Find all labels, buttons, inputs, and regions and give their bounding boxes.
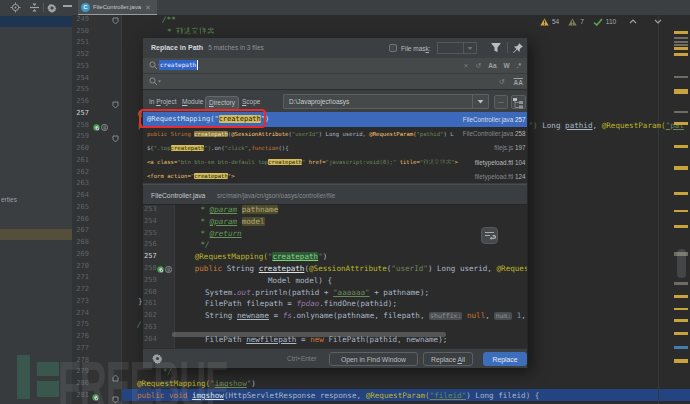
stripe-mark[interactable] bbox=[674, 346, 688, 349]
code-span: ) Long userid, bbox=[319, 131, 370, 137]
cjk-glyph bbox=[176, 27, 184, 35]
stripe-mark[interactable] bbox=[674, 47, 688, 50]
scope-tab-scope[interactable]: Scope bbox=[242, 98, 260, 105]
code-span: @SessionAttribute bbox=[231, 131, 288, 137]
fold-marker-icon[interactable] bbox=[112, 135, 119, 143]
stripe-mark[interactable] bbox=[674, 210, 688, 212]
regex-icon[interactable]: .* bbox=[517, 62, 521, 69]
code-span: .onlyname(pathname, filepath, bbox=[292, 311, 429, 320]
stripe-mark[interactable] bbox=[674, 225, 688, 228]
preview-hscrollbar[interactable] bbox=[172, 332, 446, 337]
words-icon[interactable]: W bbox=[504, 62, 510, 69]
code-span: @RequestParam( bbox=[602, 121, 666, 130]
directory-combo[interactable]: D:\Javaproject\oasys bbox=[283, 94, 489, 109]
fold-marker-icon[interactable] bbox=[112, 17, 119, 25]
weak-warning-icon bbox=[568, 18, 577, 26]
search-history-icon[interactable]: ↺ bbox=[476, 62, 481, 70]
stripe-mark[interactable] bbox=[674, 44, 688, 46]
preview-pane[interactable]: 253254255256257258259260261262263264@ * … bbox=[143, 205, 527, 348]
code-span: <form action="createpath"> bbox=[147, 169, 235, 183]
stripe-mark[interactable] bbox=[674, 37, 688, 39]
file-mask-label: File mask: bbox=[401, 45, 431, 52]
stripe-mark[interactable] bbox=[674, 359, 688, 363]
stripe-mark[interactable] bbox=[674, 319, 688, 322]
directory-tree-button[interactable] bbox=[511, 95, 526, 109]
code-span: Model model) { bbox=[268, 276, 332, 285]
code-span: (){ bbox=[278, 145, 288, 151]
replace-field[interactable]: ↺ AA bbox=[143, 74, 527, 90]
browse-button[interactable]: ... bbox=[494, 95, 508, 109]
pin-icon[interactable] bbox=[512, 42, 524, 54]
stripe-mark[interactable] bbox=[674, 308, 688, 310]
replace-history-icon[interactable]: ↺ bbox=[499, 78, 504, 86]
stripe-mark[interactable] bbox=[674, 192, 688, 195]
fold-marker-icon[interactable] bbox=[112, 396, 119, 404]
stripe-mark[interactable] bbox=[674, 332, 688, 335]
path-glyph bbox=[594, 19, 602, 25]
stripe-mark[interactable] bbox=[674, 166, 688, 170]
code-span: (HttpServletResponse response, bbox=[224, 391, 366, 400]
rect-glyph bbox=[544, 23, 545, 24]
preview-code-line: * @return bbox=[201, 228, 242, 240]
result-row[interactable]: $(".topcreatepath").on("click",function(… bbox=[143, 141, 527, 155]
code-span: model bbox=[242, 217, 265, 226]
preview-code-layer: * @param pathname* @param model* @return… bbox=[143, 205, 527, 348]
match-case-icon[interactable]: Aa bbox=[488, 62, 496, 69]
clear-search-icon[interactable]: ✕ bbox=[463, 62, 468, 70]
stripe-mark[interactable] bbox=[674, 295, 688, 298]
preview-file-path: src/main/java/cn/gson/oasys/controller/f… bbox=[217, 192, 335, 199]
mnemonic-underline: k bbox=[426, 45, 429, 52]
mnemonic-underline: D bbox=[209, 99, 214, 106]
code-span bbox=[237, 205, 242, 214]
replace-all-button[interactable]: Replace All bbox=[423, 352, 473, 366]
stripe-mark[interactable] bbox=[674, 53, 688, 56]
scope-tab-in-project[interactable]: In Project bbox=[149, 98, 176, 105]
fold-marker-icon[interactable] bbox=[112, 374, 119, 382]
code-span: = bbox=[269, 311, 283, 320]
preview-code-line: public String createpath(@SessionAttribu… bbox=[195, 263, 527, 275]
result-row[interactable]: <form action="createpath">filetypeload.f… bbox=[143, 169, 527, 183]
stripe-mark[interactable] bbox=[674, 145, 688, 148]
stripe-mark[interactable] bbox=[674, 31, 688, 34]
replace-button[interactable]: Replace bbox=[483, 352, 527, 366]
code-span: href= bbox=[305, 159, 325, 165]
editor-code-line: public void imgshow(HttpServletResponse … bbox=[137, 390, 539, 402]
open-in-find-window-button[interactable]: Open in Find Window bbox=[329, 352, 418, 366]
result-row[interactable]: public String createpath(@SessionAttribu… bbox=[143, 127, 527, 141]
settings-gear-icon[interactable] bbox=[152, 353, 163, 364]
code-span: fpdao bbox=[296, 299, 319, 308]
cjk-glyph bbox=[184, 27, 192, 35]
code-span: */ bbox=[163, 367, 172, 376]
code-span: out bbox=[237, 288, 251, 297]
code-span: * bbox=[201, 217, 210, 226]
softwrap-button[interactable] bbox=[481, 227, 498, 244]
result-row[interactable]: <a class="btn btn-sm btn-default topcrea… bbox=[143, 155, 527, 169]
file-mask-combo[interactable] bbox=[437, 42, 477, 54]
preserve-case-icon[interactable]: AA bbox=[514, 79, 523, 86]
stripe-mark[interactable] bbox=[674, 89, 688, 94]
mnemonic-underline: P bbox=[156, 98, 160, 105]
stripe-mark[interactable] bbox=[674, 41, 688, 43]
editor-code-line: @RequestMapping("imgshow") bbox=[137, 378, 256, 390]
code-span: shuffix: bbox=[429, 312, 462, 320]
fold-marker-icon[interactable] bbox=[112, 101, 119, 109]
code-span: @RequestMapping( bbox=[137, 379, 210, 388]
scope-tab-directory[interactable]: Directory bbox=[205, 96, 239, 110]
scope-tab-module[interactable]: Module bbox=[182, 98, 203, 105]
code-span: + pathname); bbox=[370, 288, 429, 297]
code-span: > bbox=[455, 159, 458, 165]
filter-icon[interactable] bbox=[490, 42, 502, 53]
directory-combo-arrow[interactable] bbox=[472, 95, 488, 108]
stripe-mark[interactable] bbox=[674, 111, 688, 113]
stripe-mark[interactable] bbox=[674, 76, 688, 78]
use-glyph bbox=[192, 27, 198, 34]
code-span: $(".topcreatepath").on("click",function(… bbox=[147, 141, 289, 155]
stripe-mark[interactable] bbox=[674, 282, 688, 285]
code-span: 197 bbox=[515, 144, 526, 151]
search-field[interactable]: createpath ✕ ↺ Aa W .* bbox=[143, 58, 527, 74]
file-mask-checkbox[interactable] bbox=[389, 44, 397, 52]
inspection-widget[interactable]: 54 7 110 bbox=[540, 16, 662, 27]
editor-scrollbar-thumb[interactable] bbox=[677, 249, 686, 278]
code-span: null bbox=[467, 311, 485, 320]
stripe-mark[interactable] bbox=[674, 122, 688, 125]
